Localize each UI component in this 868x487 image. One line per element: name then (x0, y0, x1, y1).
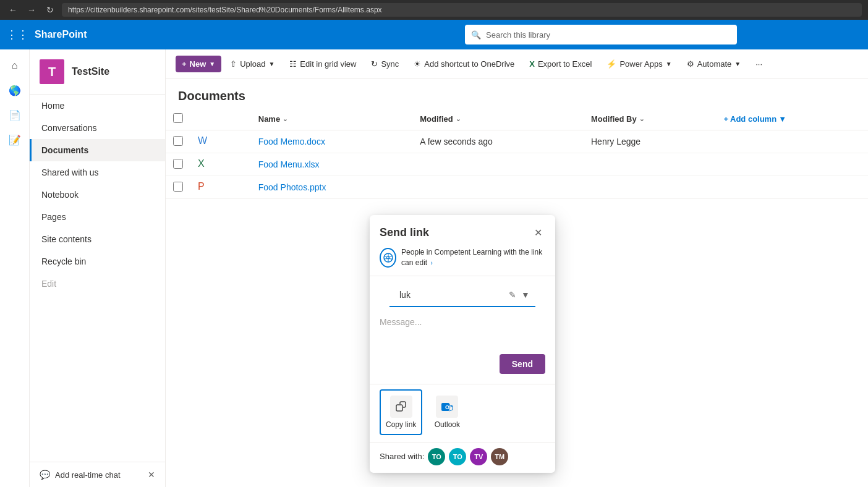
sidebar-item-notebook[interactable]: Notebook (30, 184, 165, 206)
upload-label: Upload (240, 59, 265, 69)
sidebar-item-conversations[interactable]: Conversations (30, 117, 165, 139)
edit-grid-button[interactable]: ☷ Edit in grid view (283, 56, 362, 72)
sidebar-item-home[interactable]: Home (30, 95, 165, 117)
site-name: TestSite (72, 66, 109, 77)
select-all-checkbox[interactable] (173, 113, 183, 123)
add-chat-label[interactable]: Add real-time chat (55, 470, 121, 480)
row-modified-by-cell (584, 153, 716, 176)
col-modified-by[interactable]: Modified By ⌄ (584, 108, 716, 130)
edit-grid-icon: ☷ (289, 59, 297, 69)
name-sort-icon: ⌄ (283, 116, 287, 122)
outlook-button[interactable]: O Outlook (427, 389, 467, 435)
sidebar-item-shared-with-us[interactable]: Shared with us (30, 161, 165, 184)
upload-button[interactable]: ⇧ Upload ▼ (224, 56, 281, 72)
copy-link-label: Copy link (386, 420, 416, 429)
search-bar[interactable]: 🔍 Search this library (465, 25, 737, 44)
site-sidebar: T TestSite Home Conversations Documents … (30, 49, 166, 487)
site-logo: T (40, 59, 64, 84)
modal-close-button[interactable]: ✕ (530, 225, 545, 240)
global-notes-icon[interactable]: 📝 (4, 129, 26, 151)
sync-button[interactable]: ↻ Sync (365, 56, 405, 72)
edit-grid-label: Edit in grid view (300, 59, 356, 69)
power-apps-icon: ⚡ (606, 59, 616, 69)
link-settings-icon (383, 253, 393, 263)
waffle-icon[interactable]: ⋮⋮ (7, 25, 27, 44)
row-checkbox-cell (166, 176, 190, 199)
search-icon: 🔍 (471, 30, 481, 40)
row-extra-cell (716, 153, 868, 176)
send-button[interactable]: Send (500, 354, 545, 374)
row-modified-cell: A few seconds ago (412, 130, 584, 153)
col-name[interactable]: Name ⌄ (251, 108, 413, 130)
global-home-icon[interactable]: ⌂ (4, 54, 26, 77)
row-name-cell[interactable]: Food Photos.pptx (251, 176, 413, 199)
global-sites-icon[interactable]: 🌎 (4, 79, 26, 101)
page-title-bar: Documents (166, 79, 868, 108)
modified-by-sort-icon: ⌄ (639, 116, 644, 122)
row-name-cell[interactable]: Food Menu.xlsx (251, 153, 413, 176)
word-file-icon: W (198, 135, 210, 148)
edit-input-icon[interactable]: ✎ (508, 289, 517, 301)
global-pages-icon[interactable]: 📄 (4, 104, 26, 126)
back-button[interactable]: ← (6, 3, 20, 17)
send-link-modal: Send link ✕ People in Competent Learning… (370, 215, 555, 473)
row-checkbox[interactable] (173, 159, 183, 169)
url-text: https://citizenbuilders.sharepoint.com/s… (68, 6, 382, 14)
new-plus-icon: + (182, 59, 187, 69)
recipient-input[interactable] (399, 290, 508, 300)
power-apps-button[interactable]: ⚡ Power Apps ▼ (600, 56, 678, 72)
modal-permission-row[interactable]: People in Competent Learning with the li… (370, 245, 555, 276)
row-modified-by-cell: Henry Legge (584, 130, 716, 153)
sidebar-item-site-contents[interactable]: Site contents (30, 228, 165, 250)
col-file-type (190, 108, 251, 130)
row-checkbox[interactable] (173, 182, 183, 192)
add-column-chevron-icon: ▼ (778, 114, 786, 124)
col-checkbox (166, 108, 190, 130)
permission-arrow-icon: › (430, 260, 432, 266)
forward-button[interactable]: → (25, 3, 38, 17)
add-shortcut-icon: ☀ (414, 59, 421, 69)
add-shortcut-button[interactable]: ☀ Add shortcut to OneDrive (407, 56, 521, 72)
toolbar: + New ▼ ⇧ Upload ▼ ☷ Edit in grid view ↻… (166, 49, 868, 79)
row-checkbox-cell (166, 153, 190, 176)
name-col-label: Name (258, 114, 280, 124)
modal-title: Send link (380, 226, 429, 239)
row-checkbox[interactable] (173, 136, 183, 146)
shared-with-label: Shared with: (380, 452, 424, 461)
url-bar[interactable]: https://citizenbuilders.sharepoint.com/s… (62, 3, 862, 17)
col-modified[interactable]: Modified ⌄ (412, 108, 584, 130)
sidebar-footer: 💬 Add real-time chat ✕ (30, 462, 165, 487)
sidebar-item-recycle-bin[interactable]: Recycle bin (30, 250, 165, 273)
modal-input-row: ✎ ▼ (389, 284, 535, 307)
export-excel-button[interactable]: X Export to Excel (523, 56, 598, 72)
modal-message[interactable]: Message... (370, 312, 555, 349)
excel-icon: X (529, 59, 535, 69)
sidebar-item-edit[interactable]: Edit (30, 273, 165, 295)
col-add-column[interactable]: + Add column ▼ (716, 108, 868, 130)
add-column-plus-icon: + (723, 114, 728, 124)
permission-text: People in Competent Learning with the li… (401, 247, 545, 268)
upload-chevron-icon: ▼ (268, 61, 274, 67)
automate-button[interactable]: ⚙ Automate ▼ (681, 56, 747, 72)
table-row: W Food Memo.docx A few seconds ago Henry… (166, 130, 868, 153)
refresh-button[interactable]: ↻ (43, 3, 57, 17)
outlook-icon: O (436, 396, 458, 418)
avatar-tm: TM (491, 448, 508, 465)
automate-icon: ⚙ (687, 59, 694, 69)
input-chevron-icon[interactable]: ▼ (520, 289, 531, 301)
copy-link-button[interactable]: Copy link (380, 389, 422, 435)
new-label: New (190, 59, 206, 69)
sync-icon: ↻ (371, 59, 378, 69)
row-name-cell[interactable]: Food Memo.docx (251, 130, 413, 153)
row-checkbox-cell (166, 130, 190, 153)
row-file-icon-cell: W (190, 130, 251, 153)
new-button[interactable]: + New ▼ (176, 56, 221, 72)
outlook-label: Outlook (435, 420, 460, 429)
add-column-label: Add column (730, 114, 777, 124)
sidebar-item-pages[interactable]: Pages (30, 206, 165, 228)
more-button[interactable]: ··· (749, 56, 768, 72)
sidebar-item-documents[interactable]: Documents (30, 139, 165, 161)
modal-input-wrapper: ✎ ▼ (370, 276, 555, 307)
close-chat-button[interactable]: ✕ (148, 470, 155, 480)
ppt-file-icon: P (198, 181, 210, 193)
